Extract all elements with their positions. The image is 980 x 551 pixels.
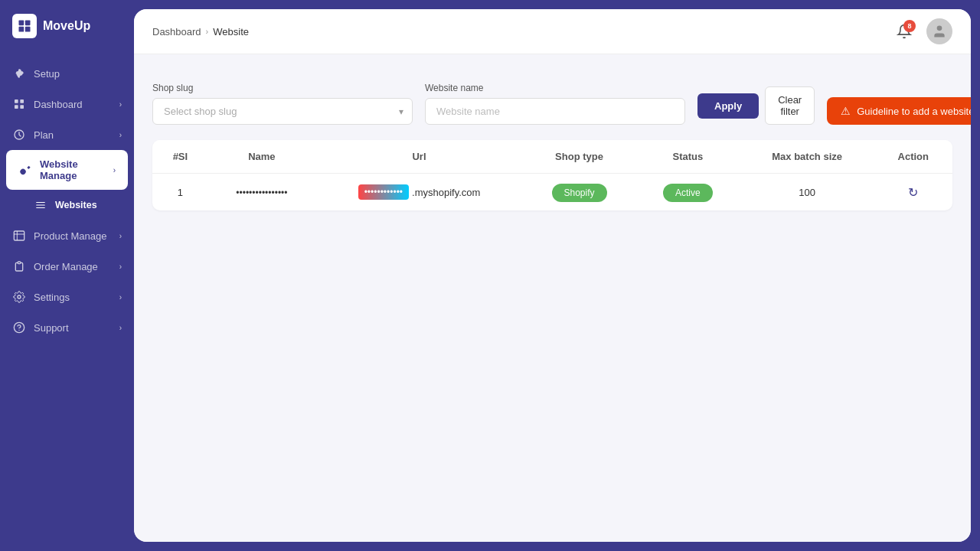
dashboard-label: Dashboard xyxy=(34,99,83,110)
support-icon xyxy=(12,321,26,334)
settings-label: Settings xyxy=(34,292,70,303)
main-content: Dashboard › Website 8 S xyxy=(134,9,971,542)
col-status: Status xyxy=(635,140,740,174)
refresh-icon[interactable]: ↻ xyxy=(908,186,918,199)
svg-rect-0 xyxy=(19,21,24,26)
list-icon xyxy=(34,198,47,212)
sidebar-item-support[interactable]: Support › xyxy=(0,312,134,343)
col-max-batch: Max batch size xyxy=(740,140,874,174)
avatar[interactable] xyxy=(926,18,952,44)
cell-url: •••••••••••• .myshopify.com xyxy=(315,174,523,211)
order-manage-label: Order Manage xyxy=(34,261,98,272)
sidebar-item-dashboard[interactable]: Dashboard › xyxy=(0,89,134,119)
gear-icon xyxy=(12,290,26,304)
svg-rect-2 xyxy=(19,27,24,32)
cell-si: 1 xyxy=(152,174,208,211)
shopify-badge: Shopify xyxy=(552,184,607,202)
guideline-icon: ⚠ xyxy=(841,105,851,117)
product-manage-chevron: › xyxy=(119,232,122,240)
clear-filter-button[interactable]: Clear filter xyxy=(765,86,815,125)
website-name-label: Website name xyxy=(425,83,685,93)
website-manage-chevron: › xyxy=(113,166,116,174)
svg-rect-1 xyxy=(25,21,31,26)
filter-section: Shop slug Select shop slug ▾ Website nam… xyxy=(152,73,952,125)
col-si: #SI xyxy=(152,140,208,174)
table-header-row: #SI Name Url Shop type Status Max batch … xyxy=(152,140,952,174)
notification-badge: 8 xyxy=(903,20,916,32)
filter-buttons: Apply Clear filter xyxy=(697,73,815,125)
websites-table-container: #SI Name Url Shop type Status Max batch … xyxy=(152,140,952,210)
settings-icon xyxy=(12,67,26,80)
websites-table: #SI Name Url Shop type Status Max batch … xyxy=(152,140,952,210)
logo-icon xyxy=(12,14,37,38)
settings-chevron: › xyxy=(119,293,122,302)
sidebar-item-product-manage[interactable]: Product Manage › xyxy=(0,220,134,251)
cell-name: •••••••••••••••• xyxy=(208,174,315,211)
user-icon xyxy=(932,24,947,39)
breadcrumb-separator: › xyxy=(206,27,209,36)
sidebar-item-settings[interactable]: Settings › xyxy=(0,282,134,312)
cell-action: ↻ xyxy=(874,174,952,211)
order-icon xyxy=(12,259,26,273)
sidebar-item-setup[interactable]: Setup xyxy=(0,58,134,89)
header: Dashboard › Website 8 xyxy=(134,9,971,54)
order-manage-chevron: › xyxy=(119,262,122,271)
notification-button[interactable]: 8 xyxy=(891,18,917,44)
cell-max-batch: 100 xyxy=(740,174,874,211)
product-icon xyxy=(12,229,26,243)
website-manage-label: Website Manage xyxy=(40,158,106,181)
website-name-field: Website name xyxy=(425,83,685,125)
shop-slug-select-wrapper: Select shop slug ▾ xyxy=(152,98,413,125)
dashboard-chevron: › xyxy=(119,100,122,109)
breadcrumb-dashboard[interactable]: Dashboard xyxy=(152,26,201,37)
col-url: Url xyxy=(315,140,523,174)
key-icon xyxy=(18,163,32,177)
url-prefix: •••••••••••• xyxy=(358,184,409,200)
svg-point-10 xyxy=(18,295,21,298)
url-cell-content: •••••••••••• .myshopify.com xyxy=(328,184,511,200)
active-badge: Active xyxy=(663,184,713,202)
sidebar-item-order-manage[interactable]: Order Manage › xyxy=(0,251,134,282)
plan-chevron: › xyxy=(119,131,122,139)
filter-fields: Shop slug Select shop slug ▾ Website nam… xyxy=(152,73,815,125)
websites-label: Websites xyxy=(55,200,97,210)
support-chevron: › xyxy=(119,324,122,332)
setup-label: Setup xyxy=(34,68,60,80)
website-name-input[interactable] xyxy=(425,98,685,125)
product-manage-label: Product Manage xyxy=(34,230,106,242)
svg-rect-9 xyxy=(14,231,24,240)
apply-button[interactable]: Apply xyxy=(697,93,759,119)
shop-slug-label: Shop slug xyxy=(152,83,413,93)
app-name: MoveUp xyxy=(43,19,90,33)
guideline-label: Guideline to add a website xyxy=(857,106,971,117)
shop-slug-field: Shop slug Select shop slug ▾ xyxy=(152,83,413,125)
sidebar-nav: Setup Dashboard › Pl xyxy=(0,52,134,551)
svg-rect-3 xyxy=(25,27,31,32)
col-action: Action xyxy=(874,140,952,174)
breadcrumb-website: Website xyxy=(213,26,249,37)
svg-rect-6 xyxy=(15,105,18,109)
sidebar: MoveUp Setup Dashboard › xyxy=(0,0,134,551)
plan-label: Plan xyxy=(34,129,54,141)
sidebar-item-plan[interactable]: Plan › xyxy=(0,119,134,150)
cell-status: Active xyxy=(635,174,740,211)
sidebar-item-website-manage[interactable]: Website Manage › xyxy=(6,150,128,190)
sidebar-item-websites[interactable]: Websites xyxy=(0,190,134,220)
support-label: Support xyxy=(34,322,69,334)
name-value: •••••••••••••••• xyxy=(236,187,287,198)
col-name: Name xyxy=(208,140,315,174)
guideline-button[interactable]: ⚠ Guideline to add a website xyxy=(827,97,971,125)
shop-slug-select[interactable]: Select shop slug xyxy=(152,98,413,125)
table-row: 1 •••••••••••••••• •••••••••••• .myshopi… xyxy=(152,174,952,211)
cell-shop-type: Shopify xyxy=(523,174,635,211)
url-suffix: .myshopify.com xyxy=(412,187,480,198)
breadcrumb: Dashboard › Website xyxy=(152,26,249,37)
logo-area[interactable]: MoveUp xyxy=(0,0,134,52)
svg-rect-7 xyxy=(20,105,24,109)
svg-rect-5 xyxy=(20,99,24,103)
svg-rect-4 xyxy=(15,99,18,103)
header-actions: 8 xyxy=(891,18,952,44)
dashboard-icon xyxy=(12,97,26,111)
plan-icon xyxy=(12,128,26,142)
content-area: Shop slug Select shop slug ▾ Website nam… xyxy=(134,54,971,542)
